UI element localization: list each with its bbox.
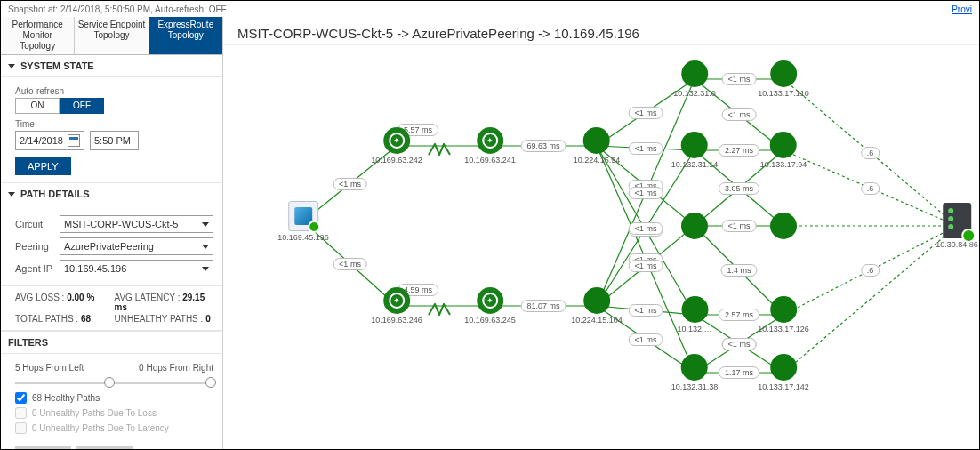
path-details-header[interactable]: PATH DETAILS xyxy=(1,183,222,205)
system-state-header[interactable]: SYSTEM STATE xyxy=(1,55,222,77)
node-c4[interactable]: 10.132.… xyxy=(677,296,711,333)
edge-latency-label: <1 ms xyxy=(722,73,757,85)
caret-down-icon xyxy=(8,192,15,197)
healthy-paths-input[interactable] xyxy=(15,392,27,404)
tab-1[interactable]: Service EndpointTopology xyxy=(75,17,149,54)
healthy-paths-checkbox[interactable]: 68 Healthy Paths xyxy=(15,392,213,404)
router-icon: ✦ xyxy=(383,287,410,314)
slider-handle-left[interactable] xyxy=(104,377,115,388)
edge-latency-label: <1 ms xyxy=(629,222,663,235)
router-icon: ✦ xyxy=(383,127,410,154)
date-value: 2/14/2018 xyxy=(20,135,63,146)
healthy-paths-label: 68 Healthy Paths xyxy=(32,393,100,403)
topology-canvas[interactable]: <1 ms<1 ms5.57 ms4.59 ms69.63 ms81.07 ms… xyxy=(223,52,979,449)
hop-icon xyxy=(681,60,708,87)
edge-latency-label: <1 ms xyxy=(333,258,367,270)
agent-icon xyxy=(288,201,318,231)
path-details-title: PATH DETAILS xyxy=(20,189,90,199)
node-d2[interactable]: 10.133.17.94 xyxy=(760,132,807,169)
node-c1[interactable]: 10.132.31.0 xyxy=(673,60,716,98)
node-r246[interactable]: ✦10.169.63.246 xyxy=(371,287,422,325)
hop-icon xyxy=(681,213,708,239)
node-label: 10.132.31.38 xyxy=(671,382,719,391)
node-d5[interactable]: 10.133.17.142 xyxy=(758,354,809,391)
tab-2[interactable]: ExpressRoute Topology xyxy=(149,17,222,54)
node-r241[interactable]: ✦10.169.63.241 xyxy=(464,127,516,165)
hops-slider[interactable] xyxy=(15,376,213,389)
node-label: 10.169.63.242 xyxy=(371,156,422,165)
hop-icon xyxy=(583,287,610,314)
edge-latency-label: .6 xyxy=(861,182,880,195)
auto-refresh-toggle[interactable]: ON OFF xyxy=(15,98,104,114)
node-c3[interactable] xyxy=(681,213,708,239)
agent-ip-value: 10.169.45.196 xyxy=(64,263,126,274)
topology-tabs: Performance MonitorTopologyService Endpo… xyxy=(1,17,222,55)
apply-button[interactable]: APPLY xyxy=(15,157,71,175)
hop-icon xyxy=(583,127,610,154)
node-n224a[interactable]: 10.224.15.94 xyxy=(574,127,621,165)
hop-icon xyxy=(770,296,797,323)
edge xyxy=(783,226,957,373)
edge-latency-label: <1 ms xyxy=(629,304,663,317)
unhealthy-latency-checkbox: 0 Unhealthy Paths Due To Latency xyxy=(15,422,213,434)
filters-title: FILTERS xyxy=(8,337,48,348)
router-icon: ✦ xyxy=(477,287,503,314)
node-r245[interactable]: ✦10.169.63.245 xyxy=(464,287,516,325)
agent-ip-label: Agent IP xyxy=(15,263,60,274)
node-amp1[interactable] xyxy=(428,136,451,156)
node-c2[interactable]: 10.132.31.14 xyxy=(671,132,719,169)
provide-feedback-link[interactable]: Provi xyxy=(952,4,972,14)
edge-latency-label: 81.07 ms xyxy=(520,300,566,312)
node-srv[interactable]: 10.30.84.86 xyxy=(936,203,978,249)
time-value: 5:50 PM xyxy=(94,135,131,146)
edge-latency-label: <1 ms xyxy=(722,338,757,350)
time-input[interactable]: 5:50 PM xyxy=(90,131,139,150)
edge-latency-label: <1 ms xyxy=(722,220,757,232)
edge-latency-label: 3.05 ms xyxy=(719,182,759,195)
node-d4[interactable]: 10.133.17.126 xyxy=(758,296,809,333)
chevron-down-icon xyxy=(202,267,209,271)
node-label: 10.169.63.241 xyxy=(464,156,516,165)
circuit-select[interactable]: MSIT-CORP-WCUS-Ckt-5 xyxy=(60,215,213,233)
amplifier-icon xyxy=(428,303,451,316)
node-amp2[interactable] xyxy=(428,296,451,316)
edge-latency-label: <1 ms xyxy=(629,107,663,119)
filters-reset-button: RESET xyxy=(76,446,134,449)
node-r242[interactable]: ✦10.169.63.242 xyxy=(371,127,422,165)
hop-icon xyxy=(770,213,797,239)
node-label: 10.132.… xyxy=(677,325,711,333)
auto-refresh-label: Auto-refresh xyxy=(15,86,213,96)
peering-select[interactable]: AzurePrivatePeering xyxy=(60,237,213,255)
node-agent[interactable]: 10.169.45.196 xyxy=(277,201,329,242)
slider-handle-right[interactable] xyxy=(205,377,216,388)
node-n224b[interactable]: 10.224.15.104 xyxy=(571,287,623,325)
auto-refresh-on[interactable]: ON xyxy=(15,98,60,114)
node-label: 10.132.31.0 xyxy=(673,89,716,98)
chevron-down-icon xyxy=(202,222,209,227)
auto-refresh-off[interactable]: OFF xyxy=(60,98,104,114)
filters-header[interactable]: FILTERS xyxy=(1,331,222,354)
node-d1[interactable]: 10.133.17.110 xyxy=(758,60,809,98)
time-label: Time xyxy=(15,119,213,129)
edge-latency-label: <1 ms xyxy=(629,333,663,346)
circuit-label: Circuit xyxy=(15,219,60,229)
check-icon xyxy=(308,221,320,233)
agent-ip-select[interactable]: 10.169.45.196 xyxy=(60,260,213,277)
path-stats: AVG LOSS : 0.00 % AVG LATENCY : 29.15 ms… xyxy=(1,286,222,331)
edge-latency-label: <1 ms xyxy=(722,108,757,121)
snapshot-text: Snapshot at: 2/14/2018, 5:50:50 PM, Auto… xyxy=(8,4,227,14)
edge-latency-label: <1 ms xyxy=(629,187,663,199)
calendar-icon[interactable] xyxy=(68,134,80,147)
unhealthy-loss-label: 0 Unhealthy Paths Due To Loss xyxy=(32,408,157,418)
unhealthy-latency-label: 0 Unhealthy Paths Due To Latency xyxy=(32,423,169,433)
unhealthy-latency-input xyxy=(15,422,27,434)
peering-label: Peering xyxy=(15,241,60,252)
hops-right-label: 0 Hops From Right xyxy=(139,363,213,373)
node-d3[interactable] xyxy=(770,213,797,239)
node-c5[interactable]: 10.132.31.38 xyxy=(671,354,719,391)
tab-0[interactable]: Performance MonitorTopology xyxy=(1,17,75,54)
node-label: 10.133.17.126 xyxy=(758,325,809,333)
node-label: 10.169.63.246 xyxy=(371,316,422,325)
node-label: 10.133.17.94 xyxy=(760,160,807,169)
date-input[interactable]: 2/14/2018 xyxy=(15,131,84,150)
